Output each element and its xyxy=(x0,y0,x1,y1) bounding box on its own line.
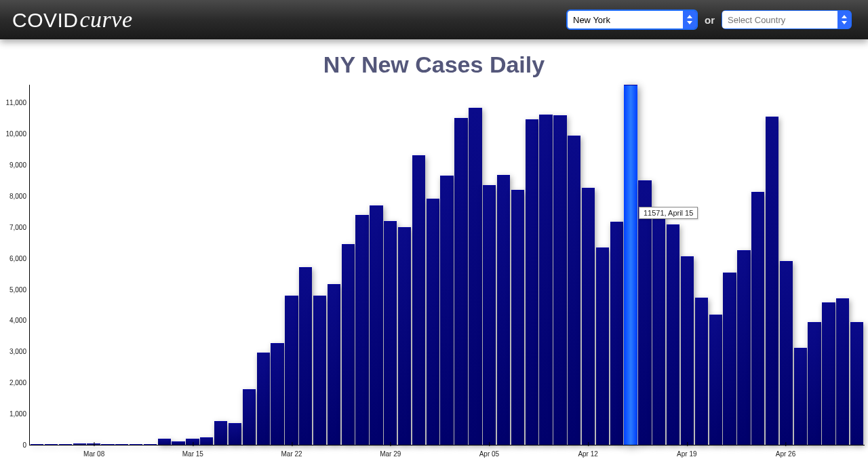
y-tick-label: 11,000 xyxy=(5,99,26,106)
bar[interactable] xyxy=(257,353,270,445)
bar[interactable] xyxy=(511,190,524,445)
bar[interactable] xyxy=(568,136,580,445)
bar[interactable] xyxy=(850,322,863,445)
bar[interactable] xyxy=(469,108,481,445)
x-tick-label: Apr 05 xyxy=(479,450,499,458)
country-select[interactable] xyxy=(722,10,852,29)
bar[interactable] xyxy=(73,443,86,445)
bar[interactable] xyxy=(313,296,326,445)
y-axis-line xyxy=(29,85,30,445)
y-tick-label: 1,000 xyxy=(9,410,26,418)
bar[interactable] xyxy=(553,115,566,445)
x-tick-label: Apr 26 xyxy=(776,450,795,458)
bars-container xyxy=(31,85,863,445)
y-tick-label: 6,000 xyxy=(9,254,26,262)
bar[interactable] xyxy=(31,444,43,445)
y-tick-label: 7,000 xyxy=(9,223,26,231)
updown-icon[interactable] xyxy=(683,11,696,28)
bar[interactable] xyxy=(144,444,157,445)
chart-area: 01,0002,0003,0004,0005,0006,0007,0008,00… xyxy=(3,85,865,464)
state-select-input[interactable] xyxy=(568,11,683,28)
bar[interactable] xyxy=(115,444,128,445)
bar[interactable] xyxy=(243,389,256,445)
bar[interactable] xyxy=(45,444,58,445)
bar[interactable] xyxy=(780,261,793,445)
y-tick-label: 10,000 xyxy=(5,130,26,138)
top-bar: COVID curve or xyxy=(0,0,868,39)
bar[interactable] xyxy=(794,348,807,445)
bar[interactable] xyxy=(214,421,227,445)
x-tick-label: Mar 29 xyxy=(380,450,401,458)
bar[interactable] xyxy=(638,180,651,445)
brand-logo: COVID curve xyxy=(12,7,133,33)
bar[interactable] xyxy=(652,215,665,445)
y-tick-label: 2,000 xyxy=(9,379,26,386)
y-tick-label: 3,000 xyxy=(9,348,26,355)
bar[interactable] xyxy=(200,437,213,445)
y-tick-label: 4,000 xyxy=(9,317,26,324)
chart-title: NY New Cases Daily xyxy=(0,52,868,78)
bar[interactable] xyxy=(398,227,411,445)
bar[interactable] xyxy=(454,118,467,445)
bar[interactable] xyxy=(172,441,184,445)
y-tick-label: 0 xyxy=(22,441,26,449)
bar[interactable] xyxy=(384,221,397,445)
country-select-input[interactable] xyxy=(722,11,837,28)
x-axis: Mar 08Mar 15Mar 22Mar 29Apr 05Apr 12Apr … xyxy=(31,447,863,464)
bar[interactable] xyxy=(808,322,821,445)
x-tick-label: Mar 15 xyxy=(182,450,203,458)
bar[interactable] xyxy=(355,215,368,445)
bar[interactable] xyxy=(271,343,283,445)
bar[interactable] xyxy=(342,244,355,445)
bar[interactable] xyxy=(610,222,623,445)
bar[interactable] xyxy=(681,256,694,445)
brand-text-covid: COVID xyxy=(12,9,79,32)
bar[interactable] xyxy=(299,267,312,445)
bar[interactable] xyxy=(440,176,453,445)
bar[interactable] xyxy=(667,224,679,445)
bar[interactable] xyxy=(497,175,510,445)
bar[interactable] xyxy=(483,185,496,445)
x-tick-label: Apr 19 xyxy=(677,450,696,458)
updown-icon[interactable] xyxy=(837,11,851,28)
bar[interactable] xyxy=(101,444,114,445)
tooltip: 11571, April 15 xyxy=(639,207,698,219)
bar[interactable] xyxy=(526,119,538,445)
bar[interactable] xyxy=(822,302,835,445)
bar[interactable] xyxy=(412,155,425,445)
bar[interactable] xyxy=(723,273,736,445)
bar[interactable] xyxy=(709,315,722,445)
bar[interactable] xyxy=(596,247,609,445)
x-tick-label: Mar 22 xyxy=(281,450,302,458)
bar[interactable] xyxy=(285,296,298,445)
bar[interactable] xyxy=(370,205,382,445)
bar[interactable] xyxy=(582,188,595,445)
y-tick-label: 9,000 xyxy=(9,161,26,168)
y-axis: 01,0002,0003,0004,0005,0006,0007,0008,00… xyxy=(3,85,29,464)
bar[interactable] xyxy=(624,85,637,445)
x-tick-label: Mar 08 xyxy=(83,450,104,458)
bar[interactable] xyxy=(737,250,750,445)
bar[interactable] xyxy=(59,444,72,445)
brand-text-curve: curve xyxy=(80,7,133,33)
y-tick-label: 8,000 xyxy=(9,192,26,199)
bar[interactable] xyxy=(766,117,778,445)
state-select[interactable] xyxy=(566,9,698,30)
x-axis-line xyxy=(29,445,865,445)
bar[interactable] xyxy=(229,423,241,445)
y-tick-label: 5,000 xyxy=(9,285,26,293)
bar[interactable] xyxy=(158,439,171,445)
bar[interactable] xyxy=(328,284,340,445)
bar[interactable] xyxy=(130,444,142,445)
bar[interactable] xyxy=(427,199,439,445)
or-label: or xyxy=(705,14,715,26)
bar[interactable] xyxy=(836,298,849,445)
bar[interactable] xyxy=(539,115,552,445)
bar[interactable] xyxy=(695,298,708,445)
bar[interactable] xyxy=(751,192,764,445)
x-tick-label: Apr 12 xyxy=(578,450,597,458)
